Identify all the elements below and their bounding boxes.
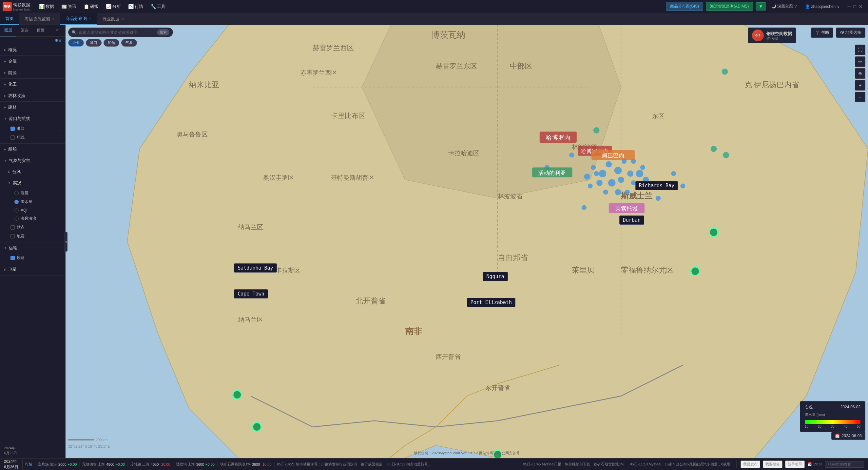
- svg-point-54: [588, 183, 593, 188]
- legend-gradient-bar: [805, 420, 861, 424]
- layer-temperature[interactable]: 温度: [12, 188, 65, 198]
- nav-item-data[interactable]: 📊数据: [36, 2, 57, 11]
- svg-text:莱里贝: 莱里贝: [572, 266, 594, 274]
- layer-route[interactable]: 航线: [8, 133, 65, 142]
- guide-button[interactable]: 新手引导: [785, 461, 805, 468]
- port-label-ngqura[interactable]: Ngqura: [483, 272, 507, 281]
- map-area[interactable]: 🔍 搜索 企业 港口 船舶 气象: [65, 25, 868, 458]
- sidebar-reset-button[interactable]: 重置: [0, 37, 65, 44]
- help-button[interactable]: ❓ 帮助: [811, 28, 833, 38]
- svg-text:姆巴巴内: 姆巴巴内: [602, 152, 624, 159]
- port-label-cape-town[interactable]: Cape Town: [234, 289, 268, 298]
- port-checkbox[interactable]: [10, 126, 15, 131]
- layer-railway[interactable]: 铁路: [8, 254, 65, 262]
- layer-station[interactable]: 站点: [8, 223, 65, 232]
- map-location-button[interactable]: ⊕: [855, 68, 865, 79]
- map-zoom-in-button[interactable]: +: [855, 80, 865, 90]
- route-checkbox[interactable]: [10, 136, 15, 140]
- group-header-port[interactable]: ▼港口与航线: [0, 113, 65, 124]
- service-button[interactable]: 我要服务: [763, 461, 782, 468]
- group-header-vessel[interactable]: ▶船舶: [0, 144, 65, 155]
- adims-dropdown[interactable]: ▼: [755, 2, 766, 10]
- tab-close-industry[interactable]: ✕: [121, 17, 124, 21]
- ticker-tab-host[interactable]: 主焦煤 临汾 2000 +0.00: [35, 462, 80, 467]
- map-select-button[interactable]: 🗺 地图选择: [836, 28, 865, 38]
- minimize-button[interactable]: ─: [848, 4, 851, 9]
- group-header-chemical[interactable]: ▶化工: [0, 79, 65, 90]
- ticker-tab-market[interactable]: 行情: [23, 462, 35, 467]
- layer-sea-wind[interactable]: 海风海浪: [12, 214, 65, 223]
- maximize-button[interactable]: □: [854, 4, 856, 9]
- search-input[interactable]: [79, 30, 155, 35]
- map-fullscreen-button[interactable]: ⛶: [855, 45, 865, 55]
- precipitation-radio[interactable]: [14, 200, 19, 204]
- aqi-radio[interactable]: [14, 208, 19, 212]
- svg-text:克·伊尼扬巴内省: 克·伊尼扬巴内省: [744, 81, 799, 89]
- gis-button[interactable]: 商品分布图(GIS): [666, 2, 704, 11]
- sidebar-tab-alert[interactable]: 预警: [33, 25, 49, 36]
- layer-precipitation[interactable]: 降水量: [12, 198, 65, 206]
- legend-gradient: [805, 420, 861, 424]
- svg-point-78: [723, 152, 729, 158]
- svg-point-45: [618, 177, 624, 183]
- news-scroll: 05日-16:21 钢市动量转号：川钢协发布行业倡议书，钢价成面偏空 05日-1…: [275, 462, 521, 467]
- layer-port[interactable]: 港口 ↓: [8, 124, 65, 133]
- tab-close-commodity[interactable]: ✕: [89, 17, 91, 20]
- svg-point-34: [233, 391, 242, 399]
- sidebar-collapse-handle[interactable]: ◀: [64, 232, 67, 252]
- search-bottom-input[interactable]: [825, 461, 864, 468]
- tab-industry[interactable]: 行业数据✕: [97, 13, 129, 25]
- layer-earthquake[interactable]: 地震: [8, 232, 65, 241]
- tab-shipping[interactable]: 海运货流监测✕: [19, 13, 60, 25]
- chip-port[interactable]: 港口: [86, 39, 101, 47]
- nav-item-market[interactable]: 📉行情: [125, 2, 147, 11]
- nav-menu: 📊数据 📰资讯 📋研报 📈分析 📉行情 🔧工具: [36, 2, 169, 11]
- sea-wind-radio[interactable]: [14, 216, 19, 221]
- group-header-realtime[interactable]: ▼实况: [8, 177, 65, 188]
- layer-aqi[interactable]: AQI: [12, 206, 65, 214]
- group-header-agriculture[interactable]: ▶农林牧渔: [0, 90, 65, 101]
- group-header-typhoon[interactable]: ▶台风: [8, 166, 65, 177]
- map-edit-button[interactable]: ✏: [855, 56, 865, 67]
- ticker-item-cold: 冷轧钢 上海 4050 -20.00: [128, 462, 173, 467]
- group-header-transport[interactable]: ▼运输: [0, 242, 65, 254]
- map-zoom-out-button[interactable]: −: [855, 92, 865, 102]
- nav-item-news[interactable]: 📰资讯: [58, 2, 80, 11]
- download-icon[interactable]: ↓: [59, 126, 61, 131]
- nav-item-analysis[interactable]: 📈分析: [102, 2, 124, 11]
- sidebar: 图层 筛选 预警 ☆ 重置 ▶概况 ▶金属 ▶能源: [0, 25, 65, 458]
- search-button[interactable]: 搜索: [157, 29, 169, 35]
- group-header-energy[interactable]: ▶能源: [0, 67, 65, 78]
- sidebar-tab-layers[interactable]: 图层: [0, 25, 17, 36]
- adims-button[interactable]: 海运货流监测(ADIMS): [706, 2, 753, 11]
- user-profile[interactable]: 👤 zhaoqianchen ∨: [803, 4, 842, 9]
- port-label-durban[interactable]: Durban: [619, 215, 644, 225]
- publish-button[interactable]: 我要发布: [741, 461, 760, 468]
- tab-home[interactable]: 首页: [0, 13, 19, 25]
- chip-enterprise[interactable]: 企业: [68, 39, 84, 47]
- port-label-port-elizabeth[interactable]: Port Elizabeth: [467, 298, 516, 307]
- temperature-radio[interactable]: [14, 191, 19, 195]
- tab-commodity[interactable]: 商品分布图✕: [60, 13, 97, 25]
- nav-item-tools[interactable]: 🔧工具: [147, 2, 169, 11]
- port-label-richards-bay[interactable]: Richards Bay: [636, 181, 678, 190]
- svg-text:纳米比亚: 纳米比亚: [189, 81, 219, 89]
- theme-selector[interactable]: 🌙 深黑主题 ∨: [769, 4, 800, 9]
- chip-vessel[interactable]: 船舶: [103, 39, 119, 47]
- svg-text:赤霍罗兰西区: 赤霍罗兰西区: [300, 69, 338, 76]
- group-header-weather[interactable]: ▼气象与灾害: [0, 155, 65, 166]
- station-checkbox[interactable]: [10, 225, 15, 230]
- tab-close-shipping[interactable]: ✕: [52, 17, 55, 21]
- port-label-saldanha-bay[interactable]: Saldanha Bay: [234, 263, 277, 272]
- close-button[interactable]: ✕: [859, 4, 863, 9]
- sidebar-tab-star[interactable]: ☆: [49, 25, 65, 36]
- earthquake-checkbox[interactable]: [10, 234, 15, 238]
- group-header-overview[interactable]: ▶概况: [0, 44, 65, 55]
- group-header-metal[interactable]: ▶金属: [0, 56, 65, 67]
- nav-item-research[interactable]: 📋研报: [80, 2, 102, 11]
- railway-checkbox[interactable]: [10, 256, 15, 260]
- chip-weather[interactable]: 气象: [121, 39, 137, 47]
- group-header-construction[interactable]: ▶建材: [0, 102, 65, 113]
- group-header-satellite[interactable]: ▶卫星: [0, 264, 65, 275]
- sidebar-tab-filter[interactable]: 筛选: [17, 25, 33, 36]
